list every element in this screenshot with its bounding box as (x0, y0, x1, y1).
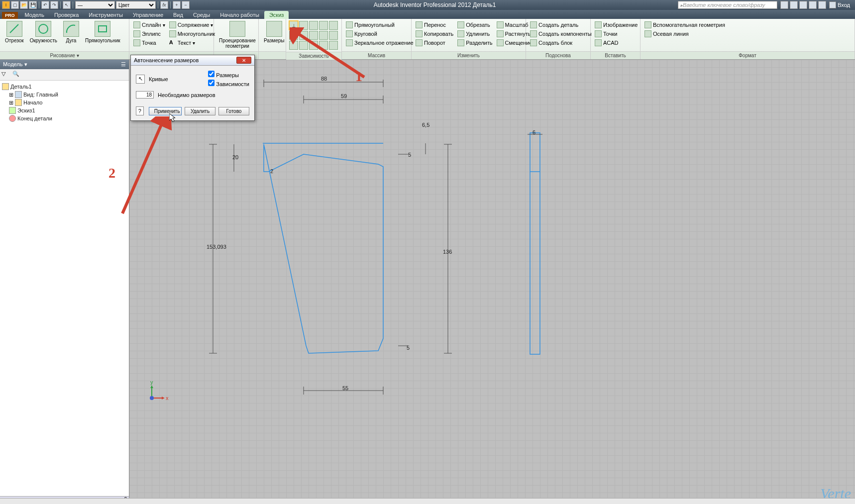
model-tree[interactable]: Деталь1 ⊞Вид: Главный ⊞Начало Эскиз1 Кон… (0, 81, 129, 496)
find-icon[interactable]: 🔍 (12, 71, 20, 79)
apply-button[interactable]: Применить (149, 107, 182, 115)
rotate-button[interactable]: Поворот (415, 39, 454, 47)
pattern-icon[interactable] (329, 41, 338, 50)
sketch-canvas[interactable]: 88 59 6,5 6 20 2 5 153,093 136 5 55 x y (129, 60, 855, 504)
acad-button[interactable]: ACAD (594, 39, 639, 47)
equal-icon[interactable] (329, 31, 338, 40)
text-button[interactable]: AТекст ▾ (168, 39, 216, 47)
new-icon[interactable]: ▢ (11, 1, 19, 9)
comm-icon[interactable] (799, 1, 807, 9)
split-button[interactable]: Разделить (456, 39, 493, 47)
constraint-grid: ⟂ (288, 20, 339, 51)
trim-button[interactable]: Обрезать (456, 21, 493, 29)
main-area: Модель ▾☰ ▽ 🔍 Деталь1 ⊞Вид: Главный ⊞Нач… (0, 60, 855, 504)
image-button[interactable]: Изображение (594, 21, 639, 29)
ellipse-button[interactable]: Эллипс (132, 30, 166, 38)
remove-button[interactable]: Удалить (185, 107, 215, 115)
auto-dimension-icon[interactable]: ⟂ (289, 21, 298, 30)
dimension-button[interactable]: Размеры (261, 20, 288, 44)
arc-button[interactable]: Дуга (60, 20, 82, 44)
project-icon (229, 21, 245, 37)
rect-button[interactable]: Прямоугольник (82, 20, 123, 44)
search-input[interactable]: ▸ Введите ключевое слово/фразу (678, 1, 777, 9)
construction-button[interactable]: Вспомогательная геометрия (643, 21, 726, 29)
svg-text:136: 136 (443, 249, 452, 255)
points-button[interactable]: Точки (594, 30, 639, 38)
extend-button[interactable]: Удлинить (456, 30, 493, 38)
symm-icon[interactable] (299, 41, 308, 50)
tab-start[interactable]: Начало работы (215, 11, 264, 19)
spline-button[interactable]: Сплайн ▾ (132, 21, 166, 29)
dialog-title-bar[interactable]: Автонанесение размеров ✕ (131, 55, 254, 66)
tab-view[interactable]: Вид (168, 11, 188, 19)
app-menu-icon[interactable]: I (2, 1, 10, 9)
mirror-button[interactable]: Зеркальное отражение (345, 39, 415, 47)
fix-icon[interactable] (289, 41, 298, 50)
panel-constraint-label: Зависимость (286, 52, 341, 60)
tree-origin[interactable]: Начало (23, 100, 42, 105)
line-button[interactable]: Отрезок (2, 20, 27, 44)
panel-draw-label[interactable]: Рисование ▾ (0, 51, 129, 59)
circ-pattern-button[interactable]: Круговой (345, 30, 415, 38)
collin-icon[interactable] (299, 31, 308, 40)
rect-pattern-button[interactable]: Прямоугольный (345, 21, 415, 29)
horiz-icon[interactable] (309, 31, 318, 40)
help-icon[interactable] (818, 1, 826, 9)
tab-model[interactable]: Модель (20, 11, 49, 19)
constraints-checkbox[interactable]: Зависимости (208, 80, 249, 87)
tab-tools[interactable]: Инструменты (84, 11, 128, 19)
plus-icon[interactable]: + (173, 1, 181, 9)
lookup-icon[interactable] (780, 1, 788, 9)
tree-sketch[interactable]: Эскиз1 (17, 107, 35, 113)
dimensions-checkbox[interactable]: Размеры (208, 71, 249, 78)
pro-badge[interactable]: PRO (2, 12, 18, 19)
move-button[interactable]: Перенос (415, 21, 454, 29)
save-icon[interactable]: 💾 (29, 1, 37, 9)
tab-check[interactable]: Проверка (49, 11, 84, 19)
vert-icon[interactable] (319, 31, 328, 40)
create-comp-button[interactable]: Создать компоненты (529, 30, 593, 38)
conc-icon[interactable] (319, 41, 328, 50)
trim-icon (457, 21, 464, 28)
create-block-button[interactable]: Создать блок (529, 39, 593, 47)
redo-icon[interactable]: ↷ (50, 1, 58, 9)
centerline-button[interactable]: Осевая линия (643, 30, 726, 38)
coinc-icon[interactable] (329, 21, 338, 30)
close-icon[interactable]: ✕ (236, 57, 251, 64)
smooth-icon[interactable] (319, 21, 328, 30)
dialog-help-icon[interactable]: ? (136, 106, 144, 115)
done-button[interactable]: Готово (218, 107, 249, 115)
fillet-button[interactable]: Сопряжение ▾ (168, 21, 216, 29)
project-geom-button[interactable]: Проецирование геометрии (216, 20, 259, 50)
minus-icon[interactable]: − (182, 1, 190, 9)
parallel-icon[interactable] (289, 31, 298, 40)
create-part-button[interactable]: Создать деталь (529, 21, 593, 29)
ribbon: Отрезок Окружность Дуга Прямоугольник Ри… (0, 19, 855, 60)
star-icon[interactable] (809, 1, 817, 9)
tree-view[interactable]: Вид: Главный (23, 92, 58, 98)
select-curves-icon[interactable]: ↖ (136, 75, 145, 84)
tab-env[interactable]: Среды (188, 11, 215, 19)
tangent-icon[interactable] (309, 21, 318, 30)
tab-manage[interactable]: Управление (128, 11, 168, 19)
material-dropdown[interactable]: — (75, 1, 115, 9)
color-dropdown[interactable]: Цвет (116, 1, 156, 9)
undo-icon[interactable]: ↶ (41, 1, 49, 9)
fx-icon[interactable]: fx (160, 1, 168, 9)
select-icon[interactable]: ↖ (63, 1, 71, 9)
svg-marker-40 (150, 386, 153, 388)
polygon-button[interactable]: Многоугольник (168, 30, 216, 38)
perp-icon[interactable] (299, 21, 308, 30)
model-browser-header[interactable]: Модель ▾☰ (0, 60, 129, 69)
tree-end[interactable]: Конец детали (17, 115, 52, 121)
show-icon[interactable] (309, 41, 318, 50)
filter-icon[interactable]: ▽ (1, 71, 9, 79)
login-button[interactable]: Вход (829, 1, 850, 8)
tab-sketch[interactable]: Эскиз (264, 11, 289, 19)
key-icon[interactable] (790, 1, 798, 9)
circle-button[interactable]: Окружность (27, 20, 60, 44)
point-button[interactable]: Точка (132, 39, 166, 47)
open-icon[interactable]: 📂 (20, 1, 28, 9)
tree-root[interactable]: Деталь1 (10, 84, 32, 90)
copy-button[interactable]: Копировать (415, 30, 454, 38)
